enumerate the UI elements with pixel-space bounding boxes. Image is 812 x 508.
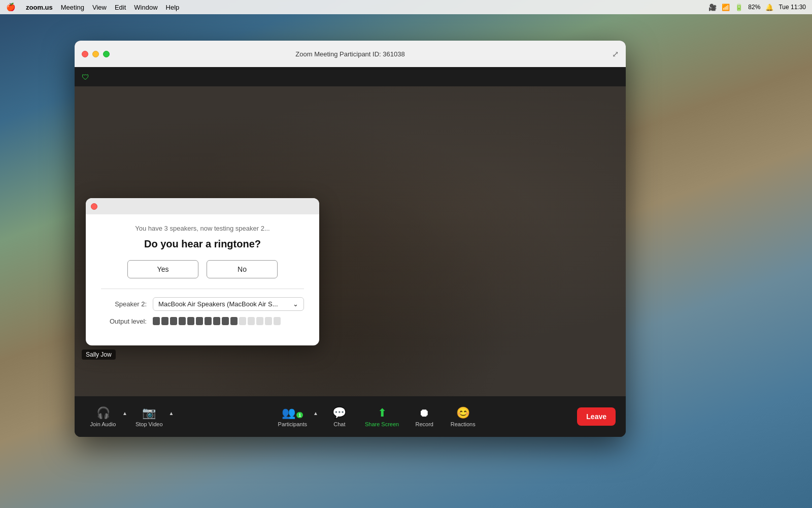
menubar-app-name[interactable]: zoom.us xyxy=(26,4,53,11)
speaker-label: Speaker 2: xyxy=(101,300,147,308)
dialog-title: Do you hear a ringtone? xyxy=(101,238,304,250)
minimize-button[interactable] xyxy=(92,51,99,57)
speaker-field: Speaker 2: MacBook Air Speakers (MacBook… xyxy=(101,297,304,311)
headphone-icon: 🎧 xyxy=(96,406,110,420)
menubar-meeting[interactable]: Meeting xyxy=(61,4,84,11)
chat-icon: 💬 xyxy=(332,406,346,420)
menubar-help[interactable]: Help xyxy=(166,4,180,11)
bar-10 xyxy=(230,317,238,325)
join-audio-group: 🎧 Join Audio ▲ xyxy=(85,403,128,430)
output-label: Output level: xyxy=(101,318,147,325)
shield-icon: 🛡 xyxy=(82,73,89,81)
join-audio-button[interactable]: 🎧 Join Audio xyxy=(85,403,121,430)
speaker-test-dialog: You have 3 speakers, now testing speaker… xyxy=(86,198,319,345)
bar-11 xyxy=(239,317,246,325)
chat-label: Chat xyxy=(333,421,345,427)
dialog-body: You have 3 speakers, now testing speaker… xyxy=(86,214,319,345)
security-bar: 🛡 xyxy=(75,67,626,86)
close-button[interactable] xyxy=(82,51,88,57)
record-icon: ⏺ xyxy=(419,406,430,420)
join-audio-arrow[interactable]: ▲ xyxy=(121,408,128,418)
bar-4 xyxy=(179,317,186,325)
participants-badge: 1 xyxy=(296,412,303,418)
window-title: Zoom Meeting Participant ID: 361038 xyxy=(295,50,404,58)
bar-5 xyxy=(187,317,194,325)
bar-6 xyxy=(196,317,203,325)
notification-icon: 🔔 xyxy=(765,4,773,11)
bar-7 xyxy=(205,317,212,325)
maximize-button[interactable] xyxy=(103,51,110,57)
record-label: Record xyxy=(415,421,433,427)
share-screen-icon: ⬆ xyxy=(378,406,387,420)
participants-label: Participants xyxy=(278,421,307,427)
menubar-edit[interactable]: Edit xyxy=(115,4,126,11)
chat-button[interactable]: 💬 Chat xyxy=(321,403,358,430)
stop-video-label: Stop Video xyxy=(136,421,163,427)
bar-9 xyxy=(222,317,229,325)
dialog-close-button[interactable] xyxy=(91,203,97,210)
leave-button[interactable]: Leave xyxy=(577,407,616,426)
dialog-subtitle: You have 3 speakers, now testing speaker… xyxy=(101,225,304,232)
toolbar-items: 🎧 Join Audio ▲ 📷 Stop Video ▲ 👥1 Partici… xyxy=(85,403,577,430)
dialog-titlebar xyxy=(86,198,319,214)
battery-icon: 🔋 xyxy=(735,4,743,11)
participants-icon: 👥1 xyxy=(282,406,303,420)
menubar-view[interactable]: View xyxy=(92,4,107,11)
window-controls xyxy=(82,51,110,57)
participants-button[interactable]: 👥1 Participants xyxy=(273,403,312,430)
speaker-device-name: MacBook Air Speakers (MacBook Air S... xyxy=(158,300,278,308)
yes-button[interactable]: Yes xyxy=(127,260,198,278)
stop-video-arrow[interactable]: ▲ xyxy=(168,408,175,418)
join-audio-label: Join Audio xyxy=(90,421,116,427)
select-chevron: ⌄ xyxy=(293,300,298,308)
bar-14 xyxy=(265,317,272,325)
stop-video-group: 📷 Stop Video ▲ xyxy=(130,403,175,430)
dialog-divider xyxy=(101,289,304,289)
reactions-icon: 😊 xyxy=(456,406,470,420)
no-button[interactable]: No xyxy=(207,260,278,278)
participants-group: 👥1 Participants ▲ xyxy=(273,403,319,430)
zoom-window: Zoom Meeting Participant ID: 361038 ⤢ 🛡 … xyxy=(75,41,626,437)
video-icon: 📷 xyxy=(142,406,156,420)
camera-icon: 🎥 xyxy=(708,4,717,11)
wifi-icon: 📶 xyxy=(722,4,730,11)
bar-2 xyxy=(161,317,168,325)
title-bar: Zoom Meeting Participant ID: 361038 ⤢ xyxy=(75,41,626,67)
bar-12 xyxy=(248,317,255,325)
bar-1 xyxy=(153,317,160,325)
participants-arrow[interactable]: ▲ xyxy=(312,408,319,418)
battery-percent: 82% xyxy=(748,4,760,11)
output-level-field: Output level: xyxy=(101,317,304,325)
clock: Tue 11:30 xyxy=(779,4,806,11)
output-level-bars xyxy=(153,317,304,325)
share-screen-button[interactable]: ⬆ Share Screen xyxy=(360,403,404,430)
reactions-label: Reactions xyxy=(451,421,476,427)
share-screen-label: Share Screen xyxy=(365,421,399,427)
bar-3 xyxy=(170,317,177,325)
video-area: You have 3 speakers, now testing speaker… xyxy=(75,86,626,396)
apple-menu[interactable]: 🍎 xyxy=(6,3,16,12)
toolbar: 🎧 Join Audio ▲ 📷 Stop Video ▲ 👥1 Partici… xyxy=(75,396,626,437)
bar-8 xyxy=(213,317,220,325)
bar-13 xyxy=(256,317,263,325)
menubar: 🍎 zoom.us Meeting View Edit Window Help … xyxy=(0,0,812,14)
record-button[interactable]: ⏺ Record xyxy=(406,403,443,430)
reactions-button[interactable]: 😊 Reactions xyxy=(445,403,481,430)
dialog-buttons: Yes No xyxy=(101,260,304,278)
fullscreen-button[interactable]: ⤢ xyxy=(612,49,619,59)
stop-video-button[interactable]: 📷 Stop Video xyxy=(130,403,168,430)
speaker-select[interactable]: MacBook Air Speakers (MacBook Air S... ⌄ xyxy=(153,297,304,311)
menubar-window[interactable]: Window xyxy=(134,4,157,11)
participant-name-tag: Sally Jow xyxy=(82,350,116,360)
bar-15 xyxy=(274,317,281,325)
